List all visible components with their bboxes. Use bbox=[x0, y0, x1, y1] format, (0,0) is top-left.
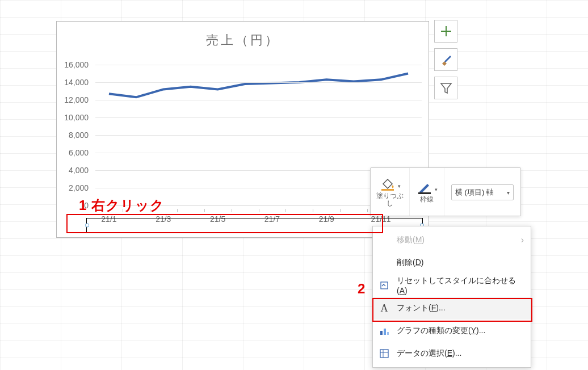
gridline bbox=[95, 100, 422, 100]
svg-rect-2 bbox=[381, 189, 394, 191]
y-tick-label: 8,000 bbox=[69, 131, 89, 140]
svg-rect-8 bbox=[380, 350, 388, 358]
y-tick-label: 12,000 bbox=[64, 95, 89, 104]
y-tick-label: 6,000 bbox=[69, 148, 89, 157]
ctx-change-chart-type[interactable]: グラフの種類の変更(Y)... bbox=[373, 319, 531, 342]
plus-icon bbox=[439, 24, 453, 38]
funnel-icon bbox=[439, 81, 453, 95]
x-tick bbox=[340, 209, 341, 212]
svg-rect-6 bbox=[384, 329, 386, 335]
outline-pen-icon bbox=[417, 181, 432, 195]
chevron-right-icon: › bbox=[521, 235, 524, 245]
outline-dropdown[interactable]: ▾ 枠線 bbox=[410, 168, 444, 216]
x-tick bbox=[177, 209, 178, 212]
x-tick bbox=[232, 209, 232, 212]
chevron-down-icon: ▾ bbox=[507, 190, 510, 196]
x-tick-label[interactable]: 21/3 bbox=[156, 215, 171, 224]
annotation-step2: 2 bbox=[358, 281, 366, 297]
x-tick-label[interactable]: 21/1 bbox=[101, 215, 116, 224]
x-tick bbox=[313, 209, 313, 212]
x-tick bbox=[367, 209, 368, 212]
annotation-step1: 1 右クリック bbox=[79, 196, 165, 215]
x-tick bbox=[259, 209, 259, 212]
x-tick-label[interactable]: 21/5 bbox=[210, 215, 225, 224]
fill-label: 塗りつぶし bbox=[374, 192, 406, 207]
chart-side-tools bbox=[434, 20, 458, 99]
chevron-down-icon: ▾ bbox=[435, 187, 438, 192]
context-menu: 移動(M) › 削除(D) リセットしてスタイルに合わせる(A) A フォント(… bbox=[372, 226, 531, 368]
chart-type-icon bbox=[379, 325, 390, 337]
svg-rect-7 bbox=[387, 332, 389, 335]
y-axis-labels: 02,0004,0006,0008,00010,00012,00014,0001… bbox=[61, 65, 92, 205]
y-tick-label: 2,000 bbox=[69, 183, 89, 192]
chart-title: 売上（円） bbox=[57, 32, 429, 49]
x-tick-label[interactable]: 21/9 bbox=[319, 215, 334, 224]
fill-dropdown[interactable]: ▾ 塗りつぶし bbox=[371, 168, 410, 216]
y-tick-label: 10,000 bbox=[64, 113, 89, 122]
gridline bbox=[95, 153, 422, 153]
reset-icon bbox=[379, 280, 390, 291]
ctx-font[interactable]: A フォント(F)... bbox=[373, 297, 531, 319]
element-selector[interactable]: 横 (項目) 軸 ▾ bbox=[444, 168, 520, 216]
y-tick-label: 14,000 bbox=[64, 78, 89, 87]
gridline bbox=[95, 65, 422, 65]
ctx-delete[interactable]: 削除(D) bbox=[373, 251, 531, 274]
brush-icon bbox=[439, 53, 453, 66]
gridline bbox=[95, 117, 422, 118]
element-selector-value: 横 (項目) 軸 bbox=[455, 187, 494, 197]
fill-bucket-icon bbox=[380, 178, 396, 191]
gridline bbox=[95, 135, 422, 136]
font-icon: A bbox=[379, 302, 390, 314]
chart-filter-button[interactable] bbox=[434, 77, 457, 99]
x-tick-label[interactable]: 21/7 bbox=[264, 215, 280, 224]
chevron-down-icon: ▾ bbox=[398, 183, 401, 189]
ctx-reset-style[interactable]: リセットしてスタイルに合わせる(A) bbox=[373, 274, 531, 297]
data-series-line[interactable] bbox=[109, 74, 408, 98]
ctx-select-data[interactable]: データの選択(E)... bbox=[373, 342, 531, 365]
svg-rect-5 bbox=[380, 331, 383, 335]
ctx-move: 移動(M) › bbox=[373, 229, 531, 251]
chart-styles-button[interactable] bbox=[434, 48, 457, 71]
select-data-icon bbox=[379, 348, 390, 359]
outline-label: 枠線 bbox=[420, 196, 434, 203]
y-tick-label: 16,000 bbox=[64, 60, 89, 69]
x-tick bbox=[204, 209, 205, 212]
svg-rect-3 bbox=[418, 192, 431, 194]
mini-toolbar: ▾ 塗りつぶし ▾ 枠線 横 (項目) 軸 ▾ bbox=[370, 167, 521, 216]
y-tick-label: 4,000 bbox=[69, 166, 89, 175]
svg-rect-4 bbox=[381, 282, 388, 289]
chart-add-element-button[interactable] bbox=[434, 20, 457, 43]
x-tick bbox=[285, 209, 286, 212]
gridline bbox=[95, 82, 422, 83]
